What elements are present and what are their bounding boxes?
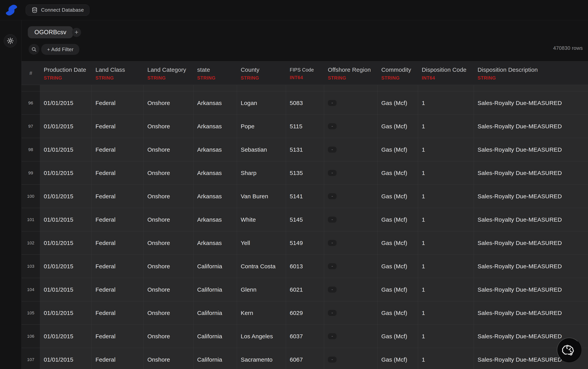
cell-land_class[interactable]: Federal [92, 115, 144, 138]
cell-commodity[interactable]: Gas (Mcf) [378, 255, 418, 278]
cell-land_category[interactable]: Onshore [144, 348, 194, 369]
cell-county[interactable]: Glenn [237, 278, 286, 301]
cell-offshore_region[interactable]: - [324, 278, 378, 301]
column-header-disposition_code[interactable]: Disposition CodeINT64 [418, 62, 474, 85]
cell-commodity[interactable]: Gas (Mcf) [378, 185, 418, 208]
cell-land_category[interactable]: Onshore [144, 301, 194, 325]
cell-land_class[interactable]: Federal [92, 301, 144, 325]
cell-offshore_region[interactable]: - [324, 301, 378, 325]
cell-county[interactable]: Sacramento [237, 348, 286, 369]
cell-offshore_region[interactable]: - [324, 348, 378, 369]
cell-production_date[interactable]: 01/01/2015 [40, 185, 92, 208]
cell-offshore_region[interactable]: - [324, 161, 378, 184]
cell-offshore_region[interactable]: - [324, 91, 378, 114]
column-header-commodity[interactable]: CommoditySTRING [378, 62, 418, 85]
cell-state[interactable]: Arkansas [194, 91, 237, 114]
cell-production_date[interactable]: 01/01/2015 [40, 301, 92, 325]
app-logo-icon[interactable] [6, 4, 18, 17]
cell-production_date[interactable]: 01/01/2015 [40, 255, 92, 278]
cell-county[interactable]: White [237, 208, 286, 231]
cell-land_class[interactable]: Federal [92, 255, 144, 278]
cell-disposition_code[interactable]: 1 [418, 138, 474, 161]
column-header-production_date[interactable]: Production DateSTRING [40, 62, 92, 85]
cell-county[interactable]: Los Angeles [237, 325, 286, 348]
table-row[interactable]: 10601/01/2015FederalOnshoreCaliforniaLos… [21, 325, 588, 348]
cell-land_category[interactable]: Onshore [144, 255, 194, 278]
cell-disposition_description[interactable]: Sales-Royalty Due-MEASURED [474, 115, 588, 138]
cell-row_num[interactable]: 105 [21, 301, 40, 325]
table-row[interactable]: 10301/01/2015FederalOnshoreCaliforniaCon… [21, 255, 588, 278]
cell-row_num[interactable]: 97 [21, 115, 40, 138]
add-filter-button[interactable]: + Add Filter [41, 44, 79, 55]
tab-ogorbcsv[interactable]: OGORBcsv [28, 26, 73, 38]
cell-production_date[interactable]: 01/01/2015 [40, 231, 92, 255]
cell-land_class[interactable]: Federal [92, 278, 144, 301]
cell-fips_code[interactable]: 5115 [286, 115, 324, 138]
cell-fips_code[interactable]: 5131 [286, 138, 324, 161]
cell-fips_code[interactable]: 6013 [286, 255, 324, 278]
cell-land_class[interactable]: Federal [92, 325, 144, 348]
cell-land_class[interactable]: Federal [92, 91, 144, 114]
cell-disposition_description[interactable]: Sales-Royalty Due-MEASURED [474, 278, 588, 301]
cell-land_category[interactable]: Onshore [144, 138, 194, 161]
table-row[interactable]: 10401/01/2015FederalOnshoreCaliforniaGle… [21, 278, 588, 301]
cell-disposition_description[interactable]: Sales-Royalty Due-MEASURED [474, 255, 588, 278]
cell-row_num[interactable]: 102 [21, 231, 40, 255]
column-header-land_category[interactable]: Land CategorySTRING [144, 62, 194, 85]
cell-fips_code[interactable]: 6029 [286, 301, 324, 325]
cell-fips_code[interactable]: 6021 [286, 278, 324, 301]
cell-commodity[interactable]: Gas (Mcf) [378, 231, 418, 255]
cell-county[interactable]: Yell [237, 231, 286, 255]
cell-commodity[interactable]: Gas (Mcf) [378, 161, 418, 184]
cell-production_date[interactable]: 01/01/2015 [40, 161, 92, 184]
table-row[interactable]: 9801/01/2015FederalOnshoreArkansasSebast… [21, 138, 588, 161]
cell-disposition_code[interactable]: 1 [418, 115, 474, 138]
cell-disposition_code[interactable]: 1 [418, 325, 474, 348]
cell-county[interactable]: Pope [237, 115, 286, 138]
cell-fips_code[interactable]: 5141 [286, 185, 324, 208]
cell-production_date[interactable]: 01/01/2015 [40, 115, 92, 138]
cell-county[interactable]: Van Buren [237, 185, 286, 208]
cell-disposition_code[interactable]: 1 [418, 91, 474, 114]
cell-disposition_description[interactable]: Sales-Royalty Due-MEASURED [474, 185, 588, 208]
connect-database-button[interactable]: Connect Database [26, 4, 89, 16]
cell-land_category[interactable]: Onshore [144, 278, 194, 301]
ai-assistant-button[interactable] [557, 338, 581, 362]
cell-state[interactable]: California [194, 278, 237, 301]
cell-state[interactable]: Arkansas [194, 185, 237, 208]
cell-state[interactable]: California [194, 301, 237, 325]
cell-offshore_region[interactable]: - [324, 138, 378, 161]
column-header-fips_code[interactable]: FIPS CodeINT64 [286, 62, 324, 85]
cell-row_num[interactable]: 106 [21, 325, 40, 348]
cell-row_num[interactable]: 98 [21, 138, 40, 161]
cell-state[interactable]: Arkansas [194, 161, 237, 184]
cell-fips_code[interactable]: 5083 [286, 91, 324, 114]
column-header-state[interactable]: stateSTRING [194, 62, 237, 85]
table-row[interactable]: 10701/01/2015FederalOnshoreCaliforniaSac… [21, 348, 588, 369]
table-row[interactable]: 10201/01/2015FederalOnshoreArkansasYell5… [21, 231, 588, 255]
cell-land_class[interactable]: Federal [92, 161, 144, 184]
cell-land_category[interactable]: Onshore [144, 161, 194, 184]
cell-land_class[interactable]: Federal [92, 208, 144, 231]
cell-row_num[interactable]: 104 [21, 278, 40, 301]
cell-row_num[interactable]: 107 [21, 348, 40, 369]
new-tab-button[interactable]: + [72, 28, 81, 37]
cell-commodity[interactable]: Gas (Mcf) [378, 278, 418, 301]
cell-state[interactable]: Arkansas [194, 115, 237, 138]
cell-row_num[interactable]: 99 [21, 161, 40, 184]
table-row[interactable]: 10501/01/2015FederalOnshoreCaliforniaKer… [21, 301, 588, 325]
column-header-offshore_region[interactable]: Offshore RegionSTRING [324, 62, 378, 85]
column-header-disposition_description[interactable]: Disposition DescriptionSTRING [474, 62, 588, 85]
cell-commodity[interactable]: Gas (Mcf) [378, 208, 418, 231]
cell-commodity[interactable]: Gas (Mcf) [378, 115, 418, 138]
cell-state[interactable]: California [194, 255, 237, 278]
cell-land_class[interactable]: Federal [92, 231, 144, 255]
cell-disposition_description[interactable]: Sales-Royalty Due-MEASURED [474, 208, 588, 231]
cell-disposition_code[interactable]: 1 [418, 231, 474, 255]
cell-land_class[interactable]: Federal [92, 185, 144, 208]
cell-fips_code[interactable]: 5135 [286, 161, 324, 184]
cell-commodity[interactable]: Gas (Mcf) [378, 325, 418, 348]
cell-disposition_description[interactable]: Sales-Royalty Due-MEASURED [474, 231, 588, 255]
cell-commodity[interactable]: Gas (Mcf) [378, 348, 418, 369]
cell-state[interactable]: Arkansas [194, 231, 237, 255]
